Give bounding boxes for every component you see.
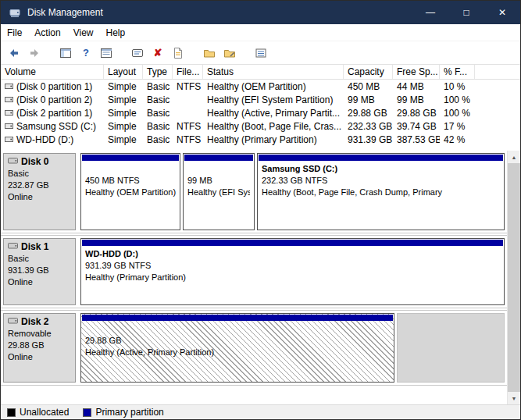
disk-row-disk2: Disk 2 Removable 29.88 GB Online 29.88 G…: [1, 310, 507, 386]
unallocated-swatch: [7, 408, 16, 417]
edit-folder-icon[interactable]: [220, 44, 239, 62]
column-header-file-system[interactable]: File...: [173, 65, 203, 79]
menu-file[interactable]: File: [1, 26, 28, 40]
partition-size: 931.39 GB NTFS: [85, 260, 500, 272]
open-folder-icon[interactable]: [200, 44, 219, 62]
cell-type: Basic: [143, 94, 173, 105]
disk-header-disk1[interactable]: Disk 1 Basic 931.39 GB Online: [3, 238, 76, 305]
table-row[interactable]: WD-HDD (D:) Simple Basic NTFS Healthy (P…: [1, 133, 520, 146]
disk-name-label: Disk 1: [21, 241, 48, 253]
volume-icon: [5, 135, 13, 144]
cell-percent-free: 100 %: [440, 108, 475, 119]
menu-action[interactable]: Action: [28, 26, 66, 40]
forward-icon[interactable]: [25, 44, 44, 62]
maximize-button[interactable]: □: [448, 1, 484, 24]
column-header-volume[interactable]: Volume: [1, 65, 104, 79]
close-button[interactable]: ✕: [484, 1, 520, 24]
disk1-partitions: WD-HDD (D:) 931.39 GB NTFS Healthy (Prim…: [79, 238, 505, 305]
window-controls: — □ ✕: [412, 1, 520, 24]
disk-header-disk0[interactable]: Disk 0 Basic 232.87 GB Online: [3, 153, 76, 230]
partition-stripe: [184, 155, 253, 161]
partition-stripe: [259, 155, 503, 161]
disk-list: Disk 0 Basic 232.87 GB Online 450 MB NTF…: [1, 151, 507, 386]
toolbar: ? ✘: [1, 41, 520, 65]
partition-disk0-p2[interactable]: 99 MB Healthy (EFI System Partition): [183, 153, 255, 230]
partition-status: Healthy (OEM Partition): [85, 187, 176, 198]
cell-percent-free: 10 %: [440, 81, 475, 92]
list-view-icon[interactable]: [252, 44, 270, 62]
console-tree-icon[interactable]: [56, 44, 75, 62]
scroll-up-icon[interactable]: ▲: [508, 151, 520, 163]
delete-volume-icon[interactable]: ✘: [148, 44, 167, 62]
cell-file-system: NTFS: [173, 81, 203, 92]
partition-size: 232.33 GB NTFS: [262, 175, 500, 187]
cell-status: Healthy (Active, Primary Partit...: [203, 108, 344, 119]
disk-status-label: Online: [8, 276, 71, 288]
action-pane-icon[interactable]: [128, 44, 147, 62]
properties-window-icon[interactable]: [97, 44, 116, 62]
disk-header-disk2[interactable]: Disk 2 Removable 29.88 GB Online: [3, 313, 76, 383]
window-title: Disk Management: [27, 7, 103, 18]
partition-status: Healthy (Active, Primary Partition): [85, 347, 390, 358]
disk-size-label: 232.87 GB: [8, 180, 71, 191]
cell-capacity: 99 MB: [344, 94, 393, 105]
cell-type: Basic: [143, 134, 173, 145]
column-header-free-space[interactable]: Free Sp...: [393, 65, 440, 79]
volume-name: (Disk 0 partition 2): [16, 94, 92, 105]
volume-name: WD-HDD (D:): [16, 134, 73, 145]
partition-disk1-d-drive[interactable]: WD-HDD (D:) 931.39 GB NTFS Healthy (Prim…: [80, 238, 505, 305]
table-row[interactable]: (Disk 0 partition 1) Simple Basic NTFS H…: [1, 80, 520, 93]
cell-free-space: 29.88 GB: [393, 108, 440, 119]
app-icon: [9, 6, 21, 19]
volume-icon: [5, 109, 13, 117]
cell-status: Healthy (Primary Partition): [203, 134, 344, 145]
table-row[interactable]: (Disk 2 partition 1) Simple Basic Health…: [1, 106, 520, 119]
cell-status: Healthy (Boot, Page File, Cras...: [203, 121, 344, 132]
legend-unallocated: Unallocated: [7, 407, 69, 418]
cell-file-system: NTFS: [173, 134, 203, 145]
help-icon[interactable]: ?: [77, 44, 95, 62]
volume-name: Samsung SSD (C:): [16, 121, 96, 132]
menu-help[interactable]: Help: [100, 26, 132, 40]
column-header-percent-free[interactable]: % F...: [440, 65, 475, 79]
cell-layout: Simple: [104, 134, 143, 145]
cell-status: Healthy (OEM Partition): [203, 81, 344, 92]
cell-layout: Simple: [104, 94, 143, 105]
cell-percent-free: 100 %: [440, 94, 475, 105]
scrollbar-thumb[interactable]: [508, 163, 520, 392]
cell-status: Healthy (EFI System Partition): [203, 94, 344, 105]
partition-size: 29.88 GB: [85, 335, 390, 347]
cell-free-space: 39.74 GB: [393, 121, 440, 132]
disk-size-label: 931.39 GB: [8, 265, 71, 276]
partition-title: [85, 323, 390, 335]
partition-status: Healthy (EFI System Partition): [187, 187, 250, 198]
partition-disk0-c-drive[interactable]: Samsung SSD (C:) 232.33 GB NTFS Healthy …: [257, 153, 505, 230]
graphical-view: Disk 0 Basic 232.87 GB Online 450 MB NTF…: [1, 151, 520, 404]
back-icon[interactable]: [5, 44, 23, 62]
column-header-capacity[interactable]: Capacity: [344, 65, 393, 79]
disk-type-label: Removable: [8, 328, 71, 340]
column-header-layout[interactable]: Layout: [104, 65, 143, 79]
partition-size: 99 MB: [187, 175, 250, 187]
minimize-button[interactable]: —: [412, 1, 448, 24]
column-header-filler: [475, 65, 520, 79]
export-document-icon[interactable]: [169, 44, 187, 62]
column-header-type[interactable]: Type: [143, 65, 173, 79]
cell-free-space: 99 MB: [393, 94, 440, 105]
scroll-down-icon[interactable]: ▼: [508, 392, 520, 404]
vertical-scrollbar[interactable]: ▲ ▼: [507, 151, 520, 404]
titlebar: Disk Management — □ ✕: [1, 1, 520, 24]
disk-name-label: Disk 2: [21, 316, 48, 328]
cell-type: Basic: [143, 81, 173, 92]
table-row[interactable]: Samsung SSD (C:) Simple Basic NTFS Healt…: [1, 119, 520, 133]
disk-size-label: 29.88 GB: [8, 340, 71, 351]
cell-capacity: 450 MB: [344, 81, 393, 92]
column-header-status[interactable]: Status: [203, 65, 344, 79]
volume-icon: [5, 82, 13, 91]
menu-view[interactable]: View: [67, 26, 100, 40]
partition-disk0-p1[interactable]: 450 MB NTFS Healthy (OEM Partition): [80, 153, 180, 230]
partition-status: Healthy (Primary Partition): [85, 272, 500, 283]
legend-label: Primary partition: [95, 407, 163, 418]
table-row[interactable]: (Disk 0 partition 2) Simple Basic Health…: [1, 93, 520, 106]
partition-disk2-p1-selected[interactable]: 29.88 GB Healthy (Active, Primary Partit…: [80, 313, 394, 383]
